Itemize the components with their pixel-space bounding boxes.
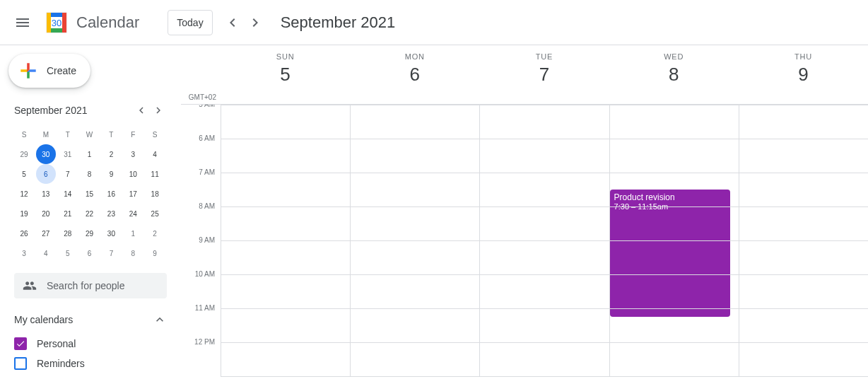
hour-gridline xyxy=(221,105,868,105)
app-name: Calendar xyxy=(76,13,139,32)
mini-day[interactable]: 6 xyxy=(80,243,100,263)
day-of-week: THU xyxy=(739,52,868,61)
sidebar: Create September 2021 SMTWTFS29303112345… xyxy=(0,45,181,384)
mini-day[interactable]: 31 xyxy=(58,144,78,164)
calendar-checkbox[interactable] xyxy=(14,357,27,370)
mini-day[interactable]: 11 xyxy=(145,164,165,184)
my-calendars-label: My calendars xyxy=(14,314,73,325)
day-header[interactable]: SUN5 xyxy=(221,45,350,104)
mini-day[interactable]: 7 xyxy=(101,243,121,263)
mini-day[interactable]: 27 xyxy=(36,223,56,243)
search-placeholder: Search for people xyxy=(47,280,125,291)
mini-day[interactable]: 5 xyxy=(14,164,34,184)
mini-dow: W xyxy=(80,124,100,144)
create-button[interactable]: Create xyxy=(8,54,90,88)
mini-day[interactable]: 21 xyxy=(58,204,78,223)
mini-day[interactable]: 13 xyxy=(36,184,56,204)
mini-day[interactable]: 1 xyxy=(123,223,143,243)
mini-day[interactable]: 23 xyxy=(101,204,121,223)
day-header-row: GMT+02 SUN5MON6TUE7WED8THU9 xyxy=(181,45,868,105)
mini-day[interactable]: 29 xyxy=(14,144,34,164)
mini-day[interactable]: 26 xyxy=(14,223,34,243)
hour-gridline xyxy=(221,274,868,275)
mini-dow: T xyxy=(101,124,121,144)
calendar-checkbox[interactable] xyxy=(14,337,27,350)
mini-next-month[interactable] xyxy=(150,102,167,119)
day-header[interactable]: MON6 xyxy=(350,45,479,104)
app-logo: 30 Calendar xyxy=(42,8,139,37)
prev-period-button[interactable] xyxy=(221,11,244,34)
chevron-right-icon xyxy=(247,14,264,31)
mini-dow: S xyxy=(145,124,165,144)
mini-day[interactable]: 4 xyxy=(36,243,56,263)
next-period-button[interactable] xyxy=(244,11,266,34)
mini-day[interactable]: 3 xyxy=(14,243,34,263)
current-period-title: September 2021 xyxy=(281,13,396,32)
hour-gridline xyxy=(221,342,868,343)
mini-day[interactable]: 12 xyxy=(14,184,34,204)
calendar-name: Personal xyxy=(37,338,76,349)
mini-day[interactable]: 30 xyxy=(101,223,121,243)
mini-prev-month[interactable] xyxy=(133,102,150,119)
day-number: 7 xyxy=(479,64,609,86)
calendar-item[interactable]: Personal xyxy=(14,334,167,354)
hour-gridline xyxy=(221,139,868,139)
day-of-week: TUE xyxy=(479,52,609,61)
day-header[interactable]: TUE7 xyxy=(479,45,609,104)
main-menu-button[interactable] xyxy=(6,6,40,40)
mini-day[interactable]: 1 xyxy=(80,144,100,164)
hour-gridline xyxy=(221,206,868,207)
hour-label: 12 PM xyxy=(181,338,221,372)
mini-day[interactable]: 14 xyxy=(58,184,78,204)
search-people-input[interactable]: Search for people xyxy=(14,273,167,298)
calendar-grid: GMT+02 SUN5MON6TUE7WED8THU9 5 AM6 AM7 AM… xyxy=(181,45,868,384)
day-number: 9 xyxy=(739,64,868,86)
day-number: 5 xyxy=(221,64,350,86)
mini-day[interactable]: 18 xyxy=(145,184,165,204)
mini-day[interactable]: 2 xyxy=(101,144,121,164)
mini-day[interactable]: 8 xyxy=(80,164,100,184)
day-header[interactable]: WED8 xyxy=(609,45,739,104)
grid-scroll-area[interactable]: 5 AM6 AM7 AM8 AM9 AM10 AM11 AM12 PM Prod… xyxy=(181,105,868,384)
day-header[interactable]: THU9 xyxy=(739,45,868,104)
mini-day[interactable]: 4 xyxy=(145,144,165,164)
calendar-event[interactable]: Product revision7:30 – 11:15am xyxy=(610,190,730,317)
mini-day[interactable]: 5 xyxy=(58,243,78,263)
event-title: Product revision xyxy=(614,192,726,202)
mini-day[interactable]: 15 xyxy=(80,184,100,204)
mini-dow: F xyxy=(123,124,143,144)
mini-day[interactable]: 30 xyxy=(36,144,56,164)
plus-icon xyxy=(17,59,40,82)
mini-day[interactable]: 19 xyxy=(14,204,34,223)
svg-rect-3 xyxy=(47,13,51,33)
mini-dow: S xyxy=(14,124,34,144)
create-label: Create xyxy=(47,65,76,76)
day-of-week: WED xyxy=(609,52,739,61)
mini-day[interactable]: 29 xyxy=(80,223,100,243)
mini-calendar-title: September 2021 xyxy=(14,105,88,116)
mini-day[interactable]: 22 xyxy=(80,204,100,223)
mini-day[interactable]: 7 xyxy=(58,164,78,184)
svg-text:30: 30 xyxy=(52,18,61,28)
calendar-name: Reminders xyxy=(37,358,85,369)
mini-day[interactable]: 9 xyxy=(145,243,165,263)
mini-day[interactable]: 10 xyxy=(123,164,143,184)
hour-gridline xyxy=(221,240,868,241)
mini-day[interactable]: 6 xyxy=(36,164,56,184)
mini-day[interactable]: 28 xyxy=(58,223,78,243)
my-calendars-toggle[interactable]: My calendars xyxy=(14,313,167,327)
hour-label: 8 AM xyxy=(181,202,221,236)
hour-gridline xyxy=(221,173,868,173)
calendar-item[interactable]: Reminders xyxy=(14,354,167,373)
mini-day[interactable]: 24 xyxy=(123,204,143,223)
people-icon xyxy=(23,279,37,293)
mini-day[interactable]: 9 xyxy=(101,164,121,184)
mini-day[interactable]: 3 xyxy=(123,144,143,164)
mini-day[interactable]: 17 xyxy=(123,184,143,204)
mini-day[interactable]: 8 xyxy=(123,243,143,263)
mini-day[interactable]: 25 xyxy=(145,204,165,223)
mini-day[interactable]: 2 xyxy=(145,223,165,243)
mini-day[interactable]: 16 xyxy=(101,184,121,204)
mini-day[interactable]: 20 xyxy=(36,204,56,223)
today-button[interactable]: Today xyxy=(168,10,212,35)
